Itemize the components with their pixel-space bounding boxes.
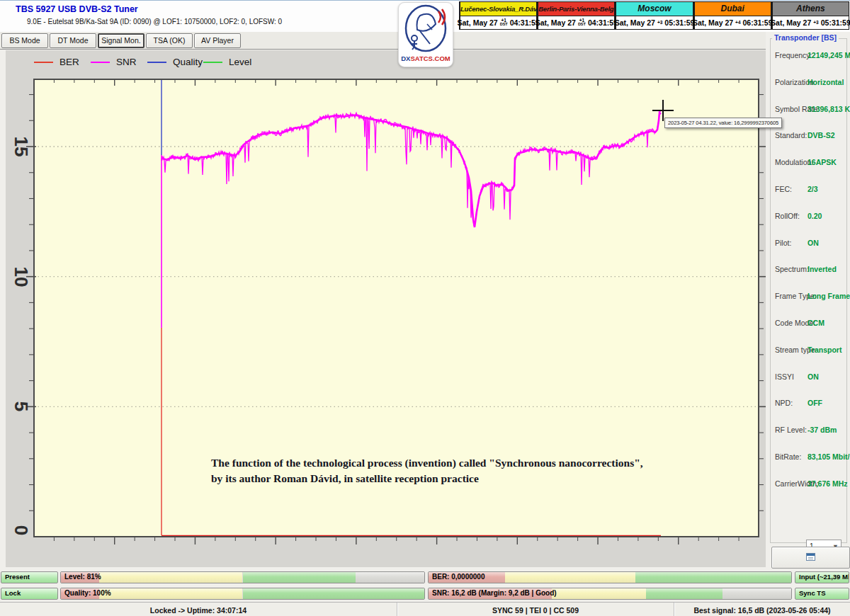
field-label: NPD: (775, 399, 793, 407)
transponder-row-issyi: ISSYION (775, 372, 844, 381)
field-label: Frequency: (775, 51, 812, 59)
meter-row-1: PresentLevel: 81%BER: 0,0000000Input (~2… (0, 571, 850, 584)
field-label: Standard: (775, 131, 808, 139)
offset-value: +4 (735, 21, 740, 25)
bar-label: Lock (5, 589, 21, 597)
transponder-row-rf-level: RF Level:-37 dBm (775, 426, 844, 434)
uptime-status: Locked -> Uptime: 34:07:14 (0, 603, 397, 616)
bar-label: Sync TS (799, 589, 826, 597)
field-value: Inverted (808, 265, 837, 273)
meter-segment-green (243, 572, 356, 583)
tab-tsa-ok[interactable]: TSA (OK) (146, 33, 193, 48)
clock-city-label: Moscow (616, 2, 692, 16)
window-icon (806, 553, 815, 561)
clock-hms: 05:31:59 (821, 18, 850, 27)
tuner-subtitle: 9.0E - Eutelsat 9B/Ka-Sat 9A (ID: 0090) … (27, 18, 282, 25)
meter-segment-green (243, 588, 425, 599)
tab-signal-mon[interactable]: Signal Mon. (98, 33, 144, 48)
field-value: Transport (808, 346, 842, 354)
meter-segment-yellow (99, 588, 243, 599)
field-value: 2/3 (808, 185, 818, 193)
meter-segment-gray (722, 588, 791, 599)
clock-berlin-paris-vienna-belgrade: Berlin-Paris-Vienna-BelgradeSat, May 27+… (537, 1, 615, 30)
utc-offset: +1DST (500, 18, 508, 27)
field-value: ON (808, 372, 819, 381)
transponder-rows: Frequency:12149,245 MHzPolarization:Hori… (771, 39, 846, 542)
transponder-row-bitrate: BitRate:83,105 Mbit/s (775, 452, 844, 461)
tab-av-player[interactable]: AV Player (194, 33, 241, 48)
offset-value: +3 (813, 21, 818, 25)
meter-segment-gray (356, 572, 424, 583)
transponder-row-fec: FEC:2/3 (775, 185, 844, 193)
clock-moscow: MoscowSat, May 27+305:31:59 (615, 1, 693, 30)
tab-bs-mode[interactable]: BS Mode (1, 33, 48, 48)
dxsatcs-logo: DXSATCS.COM (398, 2, 453, 67)
ber-0-0000000-bar: BER: 0,0000000 (428, 571, 792, 583)
transponder-row-pilot: Pilot:ON (775, 239, 844, 247)
clock-hms: 04:31:59 (588, 18, 618, 27)
application-window: TBS 5927 USB DVB-S2 Tuner 9.0E - Eutelsa… (0, 0, 850, 616)
field-value: DVB-S2 (808, 131, 835, 139)
data-point-tooltip: 2023-05-27 04.31.22, value: 16,299999237… (664, 118, 782, 128)
utc-offset: +1DST (578, 18, 586, 27)
utc-offset: +4 (735, 21, 740, 25)
y-axis-label-15: 15 (10, 137, 32, 157)
clock-dubai: DubaiSat, May 27+406:31:59 (693, 1, 771, 30)
sync-ts-bar: Sync TS (795, 588, 849, 600)
transponder-row-frame-type: Frame Type:Long Frame (775, 292, 844, 300)
chart-annotation: The function of the technological proces… (211, 455, 721, 486)
clock-city-label: Berlin-Paris-Vienna-Belgrade (538, 2, 614, 16)
field-value: CCM (808, 319, 824, 327)
transponder-row-frequency: Frequency:12149,245 MHz (775, 51, 844, 59)
y-axis-label-5: 5 (10, 401, 32, 411)
field-value: 0.20 (808, 212, 822, 220)
y-axis-label-0: 0 (10, 525, 32, 535)
transponder-row-polarization: Polarization:Horizontal (775, 78, 844, 86)
clock-city-label: Athens (773, 2, 849, 16)
transponder-groupbox: Frequency:12149,245 MHzPolarization:Hori… (770, 38, 847, 543)
bar-label: BER: 0,0000000 (432, 573, 485, 581)
annotation-line-1: The function of the technological proces… (211, 455, 721, 471)
tab-dt-mode[interactable]: DT Mode (50, 33, 96, 48)
transponder-row-modulation: Modulation:16APSK (775, 158, 844, 166)
field-value: 37,676 MHz (808, 479, 848, 488)
transponder-row-carrierwidth: CarrierWidth:37,676 MHz (775, 479, 844, 488)
clock-hms: 05:31:59 (664, 18, 694, 27)
window-toggle-button[interactable] (771, 547, 850, 569)
bar-label: Level: 81% (64, 573, 101, 581)
field-value: Horizontal (808, 78, 844, 86)
clock-date: Sat, May 27 (536, 18, 576, 27)
meter-row-2: LockQuality: 100%SNR: 16,2 dB (Margin: 9… (0, 588, 850, 600)
transponder-row-rolloff: RollOff:0.20 (775, 212, 844, 220)
right-panel: Transponder [BS] Frequency:12149,245 MHz… (766, 32, 850, 570)
meter-segment-yellow (552, 588, 646, 599)
offset-value: +3 (657, 21, 662, 25)
clock-city-label: Lučenec-Slovakia_R.Dávid (460, 2, 536, 16)
clock-time: Sat, May 27+305:31:59 (616, 16, 692, 30)
clock-date: Sat, May 27 (693, 18, 733, 27)
field-value: Long Frame (808, 292, 850, 300)
dst-flag: DST (578, 23, 586, 27)
field-label: ISSYI (775, 372, 794, 381)
field-label: Pilot: (775, 239, 791, 247)
bar-label: SNR: 16,2 dB (Margin: 9,2 dB | Good) (432, 589, 557, 597)
clock-date: Sat, May 27 (457, 18, 497, 27)
present-bar: Present (1, 571, 58, 583)
window-title: TBS 5927 USB DVB-S2 Tuner (16, 4, 138, 14)
utc-offset: +3 (813, 21, 818, 25)
input-21-39-mbps-bar: Input (~21,39 Mbps) (795, 571, 849, 583)
snr-chart-plot[interactable] (6, 50, 766, 567)
transponder-row-npd: NPD:OFF (775, 399, 844, 407)
field-value: -37 dBm (808, 426, 837, 434)
transponder-row-standard: Standard:DVB-S2 (775, 131, 844, 139)
clock-time: Sat, May 27+1DST04:31:59 (538, 16, 614, 30)
field-value: 31396,813 KS/s (808, 105, 850, 113)
y-axis-label-10: 10 (10, 266, 32, 287)
transponder-group-title: Transponder [BS] (772, 33, 839, 42)
utc-offset: +3 (657, 21, 662, 25)
best-signal-status: Best signal: 16,5 dB (2023-05-26 05:44) (674, 603, 850, 616)
meter-segment-green (646, 588, 722, 599)
snr-16-2-db-margin-9-2-db-good-bar: SNR: 16,2 dB (Margin: 9,2 dB | Good) (428, 588, 792, 600)
annotation-line-2: by its author Roman Dávid, in satellite … (211, 471, 721, 486)
field-label: RollOff: (775, 212, 800, 220)
